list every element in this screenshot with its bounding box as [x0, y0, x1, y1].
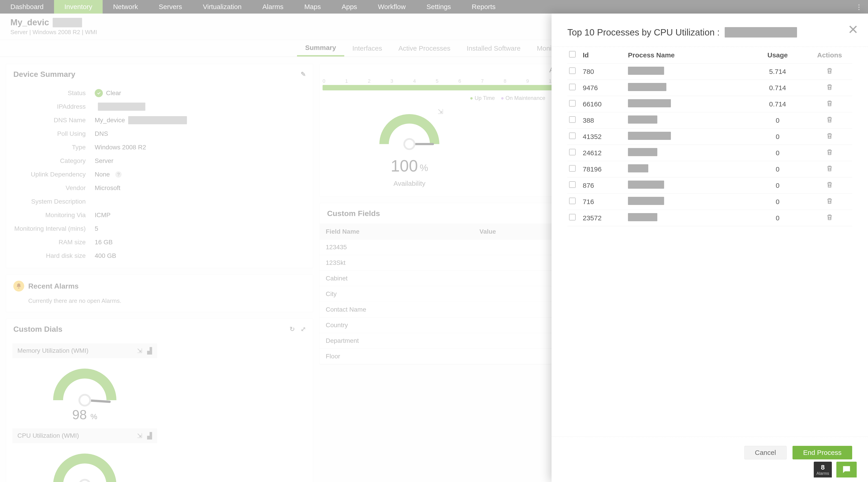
- trash-icon[interactable]: [826, 132, 833, 140]
- process-row: 9476 0.714: [567, 80, 852, 96]
- process-row-checkbox[interactable]: [569, 84, 576, 90]
- col-actions: Actions: [807, 51, 852, 59]
- process-name-redacted: [628, 83, 666, 91]
- alarms-float[interactable]: 8 Alarms: [814, 462, 832, 478]
- process-row: 66160 0.714: [567, 96, 852, 112]
- process-row: 41352 0: [567, 129, 852, 145]
- process-id: 24612: [581, 149, 626, 157]
- col-id: Id: [581, 51, 626, 59]
- process-name-redacted: [628, 67, 664, 75]
- process-row: 876 0: [567, 178, 852, 194]
- process-usage: 0: [748, 117, 807, 124]
- process-usage: 5.714: [748, 68, 807, 75]
- process-usage: 0: [748, 133, 807, 140]
- trash-icon[interactable]: [826, 164, 833, 172]
- process-id: 876: [581, 182, 626, 189]
- process-row-checkbox[interactable]: [569, 133, 576, 139]
- process-row-checkbox[interactable]: [569, 214, 576, 220]
- process-id: 78196: [581, 165, 626, 173]
- process-row-checkbox[interactable]: [569, 68, 576, 74]
- process-usage: 0.714: [748, 100, 807, 108]
- process-name-redacted: [628, 148, 657, 156]
- process-row-checkbox[interactable]: [569, 165, 576, 171]
- process-row: 23572 0: [567, 210, 852, 226]
- trash-icon[interactable]: [826, 197, 833, 205]
- trash-icon[interactable]: [826, 148, 833, 156]
- process-usage: 0: [748, 165, 807, 173]
- alarms-count: 8: [821, 463, 825, 471]
- process-name-redacted: [628, 181, 664, 189]
- process-name-redacted: [628, 197, 664, 205]
- alarms-label: Alarms: [816, 471, 829, 476]
- trash-icon[interactable]: [826, 116, 833, 123]
- process-id: 41352: [581, 133, 626, 140]
- process-usage: 0: [748, 149, 807, 157]
- process-row-checkbox[interactable]: [569, 182, 576, 188]
- process-id: 23572: [581, 214, 626, 222]
- process-name-redacted: [628, 116, 657, 124]
- col-usage: Usage: [748, 51, 807, 59]
- process-row: 78196 0: [567, 161, 852, 178]
- process-usage: 0: [748, 198, 807, 206]
- top-processes-dialog: Top 10 Processes by CPU Utilization : Id…: [552, 13, 868, 482]
- process-id: 9476: [581, 84, 626, 92]
- process-name-redacted: [628, 164, 648, 172]
- process-usage: 0: [748, 182, 807, 189]
- trash-icon[interactable]: [826, 213, 833, 221]
- chat-float[interactable]: [836, 462, 857, 478]
- dialog-title-redacted: [725, 27, 797, 37]
- trash-icon[interactable]: [826, 181, 833, 189]
- process-table-header: Id Process Name Usage Actions: [567, 47, 852, 64]
- process-id: 780: [581, 68, 626, 75]
- trash-icon[interactable]: [826, 99, 833, 107]
- trash-icon[interactable]: [826, 67, 833, 74]
- process-row: 780 5.714: [567, 64, 852, 80]
- process-usage: 0: [748, 214, 807, 222]
- process-row-checkbox[interactable]: [569, 117, 576, 123]
- process-usage: 0.714: [748, 84, 807, 92]
- process-row: 388 0: [567, 112, 852, 129]
- end-process-button[interactable]: End Process: [793, 446, 852, 459]
- process-row-checkbox[interactable]: [569, 198, 576, 204]
- close-icon[interactable]: [846, 23, 860, 36]
- dialog-title: Top 10 Processes by CPU Utilization :: [567, 27, 720, 37]
- process-name-redacted: [628, 213, 657, 221]
- process-name-redacted: [628, 132, 671, 140]
- process-id: 716: [581, 198, 626, 206]
- process-id: 66160: [581, 100, 626, 108]
- cancel-button[interactable]: Cancel: [744, 446, 786, 459]
- process-row-checkbox[interactable]: [569, 100, 576, 106]
- process-row: 716 0: [567, 194, 852, 210]
- process-row-checkbox[interactable]: [569, 149, 576, 155]
- trash-icon[interactable]: [826, 83, 833, 91]
- process-name-redacted: [628, 99, 671, 107]
- col-process-name: Process Name: [626, 51, 748, 59]
- select-all-checkbox[interactable]: [569, 51, 576, 57]
- process-row: 24612 0: [567, 145, 852, 161]
- process-id: 388: [581, 117, 626, 124]
